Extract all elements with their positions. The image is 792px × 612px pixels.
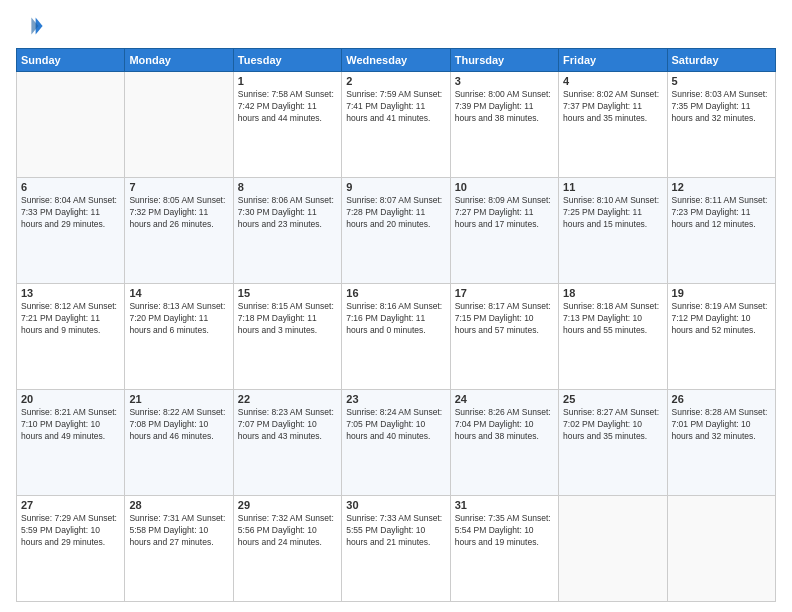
day-info: Sunrise: 7:35 AM Sunset: 5:54 PM Dayligh… [455,513,554,549]
table-row [559,496,667,602]
table-row: 29Sunrise: 7:32 AM Sunset: 5:56 PM Dayli… [233,496,341,602]
day-info: Sunrise: 8:03 AM Sunset: 7:35 PM Dayligh… [672,89,771,125]
day-info: Sunrise: 8:19 AM Sunset: 7:12 PM Dayligh… [672,301,771,337]
calendar-week-row: 13Sunrise: 8:12 AM Sunset: 7:21 PM Dayli… [17,284,776,390]
table-row: 15Sunrise: 8:15 AM Sunset: 7:18 PM Dayli… [233,284,341,390]
table-row [17,72,125,178]
day-info: Sunrise: 8:16 AM Sunset: 7:16 PM Dayligh… [346,301,445,337]
day-number: 11 [563,181,662,193]
day-number: 24 [455,393,554,405]
day-info: Sunrise: 8:22 AM Sunset: 7:08 PM Dayligh… [129,407,228,443]
day-info: Sunrise: 7:58 AM Sunset: 7:42 PM Dayligh… [238,89,337,125]
day-number: 3 [455,75,554,87]
table-row: 16Sunrise: 8:16 AM Sunset: 7:16 PM Dayli… [342,284,450,390]
day-number: 27 [21,499,120,511]
table-row: 3Sunrise: 8:00 AM Sunset: 7:39 PM Daylig… [450,72,558,178]
day-info: Sunrise: 8:04 AM Sunset: 7:33 PM Dayligh… [21,195,120,231]
day-info: Sunrise: 8:24 AM Sunset: 7:05 PM Dayligh… [346,407,445,443]
day-number: 6 [21,181,120,193]
table-row: 13Sunrise: 8:12 AM Sunset: 7:21 PM Dayli… [17,284,125,390]
table-row: 27Sunrise: 7:29 AM Sunset: 5:59 PM Dayli… [17,496,125,602]
col-wednesday: Wednesday [342,49,450,72]
table-row: 11Sunrise: 8:10 AM Sunset: 7:25 PM Dayli… [559,178,667,284]
table-row: 5Sunrise: 8:03 AM Sunset: 7:35 PM Daylig… [667,72,775,178]
table-row: 12Sunrise: 8:11 AM Sunset: 7:23 PM Dayli… [667,178,775,284]
day-number: 19 [672,287,771,299]
calendar-table: Sunday Monday Tuesday Wednesday Thursday… [16,48,776,602]
col-monday: Monday [125,49,233,72]
day-info: Sunrise: 8:00 AM Sunset: 7:39 PM Dayligh… [455,89,554,125]
day-number: 10 [455,181,554,193]
day-info: Sunrise: 8:06 AM Sunset: 7:30 PM Dayligh… [238,195,337,231]
table-row: 9Sunrise: 8:07 AM Sunset: 7:28 PM Daylig… [342,178,450,284]
day-number: 29 [238,499,337,511]
day-number: 25 [563,393,662,405]
logo-icon [16,12,44,40]
table-row: 14Sunrise: 8:13 AM Sunset: 7:20 PM Dayli… [125,284,233,390]
day-number: 28 [129,499,228,511]
table-row: 18Sunrise: 8:18 AM Sunset: 7:13 PM Dayli… [559,284,667,390]
table-row: 28Sunrise: 7:31 AM Sunset: 5:58 PM Dayli… [125,496,233,602]
day-number: 31 [455,499,554,511]
day-info: Sunrise: 8:12 AM Sunset: 7:21 PM Dayligh… [21,301,120,337]
table-row: 31Sunrise: 7:35 AM Sunset: 5:54 PM Dayli… [450,496,558,602]
day-info: Sunrise: 8:17 AM Sunset: 7:15 PM Dayligh… [455,301,554,337]
calendar-week-row: 1Sunrise: 7:58 AM Sunset: 7:42 PM Daylig… [17,72,776,178]
day-info: Sunrise: 8:11 AM Sunset: 7:23 PM Dayligh… [672,195,771,231]
table-row: 17Sunrise: 8:17 AM Sunset: 7:15 PM Dayli… [450,284,558,390]
table-row: 26Sunrise: 8:28 AM Sunset: 7:01 PM Dayli… [667,390,775,496]
col-friday: Friday [559,49,667,72]
day-info: Sunrise: 7:32 AM Sunset: 5:56 PM Dayligh… [238,513,337,549]
table-row: 6Sunrise: 8:04 AM Sunset: 7:33 PM Daylig… [17,178,125,284]
table-row: 22Sunrise: 8:23 AM Sunset: 7:07 PM Dayli… [233,390,341,496]
table-row: 23Sunrise: 8:24 AM Sunset: 7:05 PM Dayli… [342,390,450,496]
logo [16,12,48,40]
day-info: Sunrise: 7:33 AM Sunset: 5:55 PM Dayligh… [346,513,445,549]
day-number: 21 [129,393,228,405]
day-number: 22 [238,393,337,405]
day-number: 15 [238,287,337,299]
day-number: 18 [563,287,662,299]
calendar-week-row: 20Sunrise: 8:21 AM Sunset: 7:10 PM Dayli… [17,390,776,496]
table-row: 2Sunrise: 7:59 AM Sunset: 7:41 PM Daylig… [342,72,450,178]
day-number: 9 [346,181,445,193]
day-number: 5 [672,75,771,87]
table-row: 24Sunrise: 8:26 AM Sunset: 7:04 PM Dayli… [450,390,558,496]
col-tuesday: Tuesday [233,49,341,72]
day-info: Sunrise: 8:23 AM Sunset: 7:07 PM Dayligh… [238,407,337,443]
table-row: 7Sunrise: 8:05 AM Sunset: 7:32 PM Daylig… [125,178,233,284]
day-info: Sunrise: 7:31 AM Sunset: 5:58 PM Dayligh… [129,513,228,549]
table-row [125,72,233,178]
day-info: Sunrise: 7:59 AM Sunset: 7:41 PM Dayligh… [346,89,445,125]
day-info: Sunrise: 8:07 AM Sunset: 7:28 PM Dayligh… [346,195,445,231]
day-info: Sunrise: 8:18 AM Sunset: 7:13 PM Dayligh… [563,301,662,337]
day-info: Sunrise: 8:09 AM Sunset: 7:27 PM Dayligh… [455,195,554,231]
day-number: 23 [346,393,445,405]
table-row: 21Sunrise: 8:22 AM Sunset: 7:08 PM Dayli… [125,390,233,496]
calendar-week-row: 27Sunrise: 7:29 AM Sunset: 5:59 PM Dayli… [17,496,776,602]
table-row: 4Sunrise: 8:02 AM Sunset: 7:37 PM Daylig… [559,72,667,178]
table-row: 30Sunrise: 7:33 AM Sunset: 5:55 PM Dayli… [342,496,450,602]
day-info: Sunrise: 8:26 AM Sunset: 7:04 PM Dayligh… [455,407,554,443]
table-row: 10Sunrise: 8:09 AM Sunset: 7:27 PM Dayli… [450,178,558,284]
table-row: 25Sunrise: 8:27 AM Sunset: 7:02 PM Dayli… [559,390,667,496]
day-info: Sunrise: 7:29 AM Sunset: 5:59 PM Dayligh… [21,513,120,549]
day-number: 14 [129,287,228,299]
table-row: 8Sunrise: 8:06 AM Sunset: 7:30 PM Daylig… [233,178,341,284]
col-thursday: Thursday [450,49,558,72]
day-info: Sunrise: 8:02 AM Sunset: 7:37 PM Dayligh… [563,89,662,125]
day-number: 16 [346,287,445,299]
day-info: Sunrise: 8:27 AM Sunset: 7:02 PM Dayligh… [563,407,662,443]
day-info: Sunrise: 8:05 AM Sunset: 7:32 PM Dayligh… [129,195,228,231]
day-number: 1 [238,75,337,87]
day-number: 30 [346,499,445,511]
table-row: 1Sunrise: 7:58 AM Sunset: 7:42 PM Daylig… [233,72,341,178]
col-sunday: Sunday [17,49,125,72]
table-row: 20Sunrise: 8:21 AM Sunset: 7:10 PM Dayli… [17,390,125,496]
day-number: 17 [455,287,554,299]
day-info: Sunrise: 8:10 AM Sunset: 7:25 PM Dayligh… [563,195,662,231]
page-header [16,12,776,40]
day-number: 26 [672,393,771,405]
day-number: 7 [129,181,228,193]
calendar-week-row: 6Sunrise: 8:04 AM Sunset: 7:33 PM Daylig… [17,178,776,284]
